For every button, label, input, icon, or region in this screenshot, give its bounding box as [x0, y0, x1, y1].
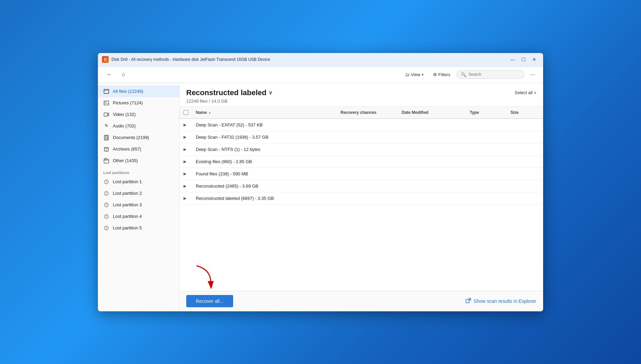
row-checkbox[interactable]: ▶ — [181, 131, 193, 143]
row-expand-icon[interactable]: ▶ — [184, 147, 186, 152]
minimize-button[interactable]: — — [508, 55, 517, 64]
close-button[interactable]: ✕ — [530, 55, 539, 64]
other-icon — [103, 158, 109, 164]
filters-icon: ⚙ — [433, 72, 437, 77]
home-button[interactable]: ⌂ — [118, 70, 128, 79]
sidebar-item-documents[interactable]: Documents (2199) — [98, 132, 179, 143]
sidebar-item-audio[interactable]: Audio (702) — [98, 120, 179, 132]
sidebar-item-video[interactable]: Video (132) — [98, 109, 179, 120]
row-size — [508, 156, 542, 168]
row-checkbox[interactable]: ▶ — [181, 156, 193, 168]
video-icon — [103, 111, 109, 118]
header-checkbox — [181, 107, 193, 118]
header-size[interactable]: Size — [508, 107, 542, 118]
row-expand-icon[interactable]: ▶ — [184, 159, 186, 164]
svg-rect-7 — [104, 148, 108, 149]
row-expand-icon[interactable]: ▶ — [184, 172, 186, 176]
row-checkbox[interactable]: ▶ — [181, 192, 193, 204]
sidebar-item-label: Other (1435) — [113, 158, 138, 163]
lost-partition-4-icon — [103, 213, 109, 220]
sidebar-item-lost-partition-1[interactable]: Lost partition 1 — [98, 176, 179, 188]
more-button[interactable]: ··· — [527, 70, 538, 80]
table-row[interactable]: ▶ Deep Scan - FAT32 (1936) - 3.57 GB — [179, 131, 543, 143]
footer: Recover all... Show scan results in Expl… — [179, 291, 543, 311]
select-all-button[interactable]: Select all ∨ — [515, 90, 536, 95]
sidebar-item-label: Archives (657) — [113, 146, 141, 152]
row-recovery — [338, 192, 399, 204]
sidebar-item-label: Lost partition 5 — [113, 225, 142, 230]
select-all-chevron-icon: ∨ — [534, 91, 536, 94]
app-window: D Disk Drill - All recovery methods - Ha… — [98, 53, 543, 311]
row-recovery — [338, 143, 399, 155]
row-expand-icon[interactable]: ▶ — [184, 135, 186, 139]
sidebar-item-other[interactable]: Other (1435) — [98, 155, 179, 167]
content-subtitle: 12249 files / 14.0 GB — [186, 99, 536, 104]
sidebar-item-label: Lost partition 3 — [113, 202, 142, 207]
row-date — [399, 119, 467, 131]
filters-button[interactable]: ⚙ Filters — [430, 70, 454, 79]
header-name[interactable]: Name ▲ — [193, 107, 338, 118]
sidebar-item-label: Lost partition 1 — [113, 179, 142, 184]
all-files-icon — [103, 88, 109, 94]
svg-rect-1 — [104, 101, 109, 105]
row-type — [467, 180, 508, 192]
lost-partitions-label: Lost partitions — [98, 167, 179, 176]
svg-point-14 — [106, 204, 107, 205]
row-size — [508, 168, 542, 180]
row-name: Existing files (860) - 2.85 GB — [193, 156, 338, 168]
row-date — [399, 131, 467, 143]
sidebar-item-lost-partition-5[interactable]: Lost partition 5 — [98, 222, 179, 234]
maximize-button[interactable]: ☐ — [519, 55, 528, 64]
row-checkbox[interactable]: ▶ — [181, 119, 193, 131]
svg-rect-0 — [104, 89, 109, 93]
row-checkbox[interactable]: ▶ — [181, 180, 193, 192]
sidebar-item-label: Pictures (7124) — [113, 100, 143, 105]
show-in-explorer-link[interactable]: Show scan results in Explorer — [466, 298, 536, 305]
sidebar-item-all-files[interactable]: All files (12249) — [98, 86, 179, 97]
sidebar-item-label: Lost partition 2 — [113, 191, 142, 196]
home-icon: ⌂ — [122, 71, 125, 77]
sidebar-item-lost-partition-3[interactable]: Lost partition 3 — [98, 199, 179, 211]
row-expand-icon[interactable]: ▶ — [184, 123, 186, 127]
row-checkbox[interactable]: ▶ — [181, 168, 193, 180]
table-row[interactable]: ▶ Existing files (860) - 2.85 GB — [179, 156, 543, 168]
search-box[interactable]: 🔍 — [456, 70, 524, 79]
lost-partition-1-icon — [103, 179, 109, 185]
header-date[interactable]: Date Modified — [399, 107, 467, 118]
row-name: Found files (238) - 590 MB — [193, 168, 338, 180]
title-bar: D Disk Drill - All recovery methods - Ha… — [98, 53, 543, 67]
row-size — [508, 180, 542, 192]
table-row[interactable]: ▶ Reconstructed labeled (6697) - 3.35 GB — [179, 192, 543, 205]
view-button[interactable]: 🗂 View ▾ — [402, 70, 427, 79]
row-expand-icon[interactable]: ▶ — [184, 184, 186, 188]
row-checkbox[interactable]: ▶ — [181, 143, 193, 155]
row-name: Deep Scan - FAT32 (1936) - 3.57 GB — [193, 131, 338, 143]
table-row[interactable]: ▶ Deep Scan - NTFS (1) - 12 bytes — [179, 143, 543, 156]
row-expand-icon[interactable]: ▶ — [184, 196, 186, 201]
sidebar-item-lost-partition-2[interactable]: Lost partition 2 — [98, 188, 179, 199]
select-all-checkbox[interactable] — [184, 110, 188, 115]
sidebar-item-pictures[interactable]: Pictures (7124) — [98, 97, 179, 109]
row-name: Reconstructed (2465) - 3.69 GB — [193, 180, 338, 192]
header-type[interactable]: Type — [467, 107, 508, 118]
row-date — [399, 192, 467, 204]
recover-all-button[interactable]: Recover all... — [186, 295, 233, 307]
search-input[interactable] — [468, 72, 516, 77]
content-title-group: Reconstructed labeled ∨ — [186, 88, 273, 97]
content-header: Reconstructed labeled ∨ Select all ∨ 122… — [179, 83, 543, 107]
table-row[interactable]: ▶ Deep Scan - EXFAT (52) - 537 KB — [179, 119, 543, 131]
sidebar-item-archives[interactable]: Archives (657) — [98, 143, 179, 155]
content-title-chevron[interactable]: ∨ — [268, 89, 273, 96]
sidebar-item-label: Lost partition 4 — [113, 214, 142, 219]
sidebar-item-lost-partition-4[interactable]: Lost partition 4 — [98, 211, 179, 222]
toolbar: ← ⌂ 🗂 View ▾ ⚙ Filters 🔍 ··· — [98, 67, 543, 83]
back-button[interactable]: ← — [103, 70, 116, 79]
header-recovery[interactable]: Recovery chances — [338, 107, 399, 118]
external-link-icon — [466, 298, 471, 305]
table-row[interactable]: ▶ Found files (238) - 590 MB — [179, 168, 543, 180]
table-row[interactable]: ▶ Reconstructed (2465) - 3.69 GB — [179, 180, 543, 192]
sidebar-item-label: Video (132) — [113, 112, 136, 117]
lost-partition-2-icon — [103, 190, 109, 196]
row-size — [508, 143, 542, 155]
row-recovery — [338, 180, 399, 192]
